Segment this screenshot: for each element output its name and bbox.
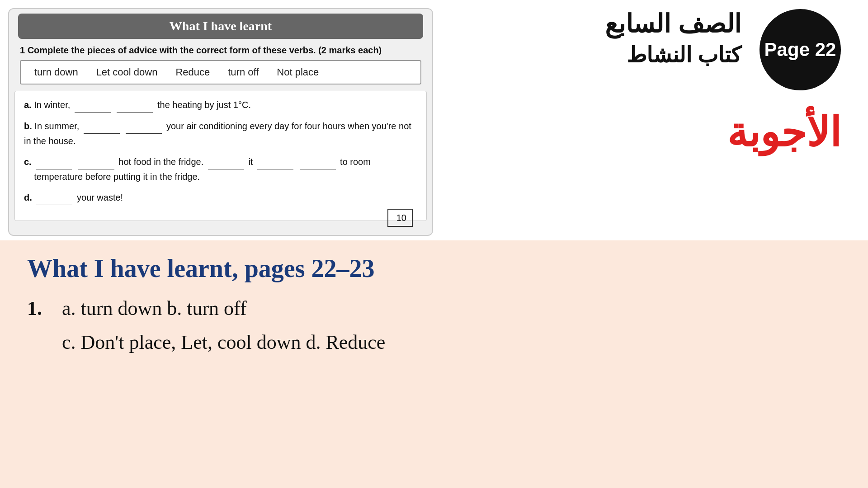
answers-section: What I have learnt, pages 22–23 1. a. tu…: [0, 240, 868, 488]
word-let-cool-down: Let cool down: [96, 66, 158, 78]
word-turn-down: turn down: [34, 66, 78, 78]
q-label-a: a.: [24, 100, 32, 110]
questions-area: a. In winter, the heating by just 1°C. b…: [14, 91, 427, 221]
page-circle: Page 22: [760, 9, 841, 90]
page-label: Page 22: [764, 39, 836, 61]
info-panel: الصف السابع كتاب النشاط Page 22 الأجوبة: [433, 0, 868, 236]
score-box: 10: [387, 209, 413, 227]
word-turn-off: turn off: [228, 66, 259, 78]
worksheet-title-bar: What I have learnt: [18, 14, 423, 39]
blank-c3: [208, 155, 244, 169]
answer1-number: 1.: [27, 297, 42, 319]
word-reduce: Reduce: [175, 66, 210, 78]
q-label-d: d.: [24, 192, 32, 202]
blank-d1: [36, 190, 72, 205]
arabic-grade: الصف السابع: [605, 9, 741, 38]
q-label-c: c.: [24, 157, 32, 167]
word-not-place: Not place: [277, 66, 319, 78]
worksheet-title: What I have learnt: [170, 19, 272, 33]
blank-c1: [36, 155, 72, 169]
answers-title: What I have learnt, pages 22–23: [27, 254, 841, 283]
blank-a2: [117, 98, 153, 113]
q-label-b: b.: [24, 121, 32, 131]
answers-content: 1. a. turn down b. turn off c. Don't pla…: [27, 292, 841, 360]
blank-c2: [78, 155, 114, 169]
word-bank: turn down Let cool down Reduce turn off …: [20, 60, 421, 84]
arabic-labels: الصف السابع كتاب النشاط: [605, 9, 741, 67]
blank-c4: [257, 155, 293, 169]
blank-b1: [84, 119, 120, 134]
answer1-line1: a. turn down b. turn off: [62, 297, 247, 319]
question-c: c. hot food in the fridge. it to room te…: [24, 155, 417, 184]
question-a: a. In winter, the heating by just 1°C.: [24, 98, 417, 113]
score-value: 10: [396, 213, 406, 223]
blank-a1: [75, 98, 111, 113]
blank-b2: [126, 119, 162, 134]
arabic-answers-label: الأجوبة: [727, 110, 841, 155]
blank-c5: [300, 155, 336, 169]
answer1-line2: c. Don't place, Let, cool down d. Reduce: [62, 331, 385, 353]
question-d: d. your waste! 10: [24, 190, 417, 205]
arabic-book: كتاب النشاط: [627, 42, 741, 67]
question-instruction: 1 Complete the pieces of advice with the…: [9, 45, 432, 60]
worksheet-panel: What I have learnt 1 Complete the pieces…: [8, 8, 433, 236]
question-b: b. In summer, your air conditioning ever…: [24, 119, 417, 148]
